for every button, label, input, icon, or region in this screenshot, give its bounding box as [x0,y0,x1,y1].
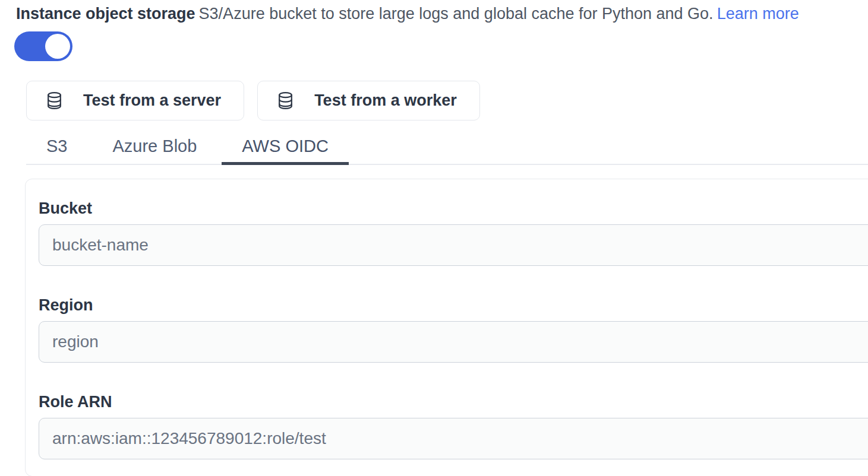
aws-oidc-settings-card: Bucket Region Role ARN [25,179,868,476]
tab-azure-blob[interactable]: Azure Blob [92,134,217,164]
tab-s3[interactable]: S3 [26,134,87,164]
role-arn-input[interactable] [39,418,868,459]
test-buttons-row: Test from a server Test from a worker [26,81,868,120]
role-arn-field: Role ARN [39,392,868,459]
tab-aws-oidc[interactable]: AWS OIDC [222,134,349,164]
test-from-worker-label: Test from a worker [314,91,457,110]
storage-tabs: S3 Azure Blob AWS OIDC [26,134,868,165]
test-from-server-label: Test from a server [83,91,221,110]
database-icon [276,91,295,110]
page-description: S3/Azure bucket to store large logs and … [199,5,714,23]
bucket-input[interactable] [39,224,868,266]
region-input[interactable] [39,321,868,363]
test-from-worker-button[interactable]: Test from a worker [257,81,480,120]
test-from-server-button[interactable]: Test from a server [26,81,244,120]
page-header: Instance object storageS3/Azure bucket t… [16,3,856,25]
page-title: Instance object storage [16,5,195,23]
database-icon [45,91,64,110]
role-arn-label: Role ARN [39,392,868,412]
region-label: Region [39,296,868,315]
learn-more-link[interactable]: Learn more [717,5,799,23]
bucket-field: Bucket [39,199,868,266]
bucket-label: Bucket [39,199,868,218]
region-field: Region [39,296,868,363]
object-storage-toggle[interactable] [14,31,72,61]
toggle-knob [45,34,70,59]
